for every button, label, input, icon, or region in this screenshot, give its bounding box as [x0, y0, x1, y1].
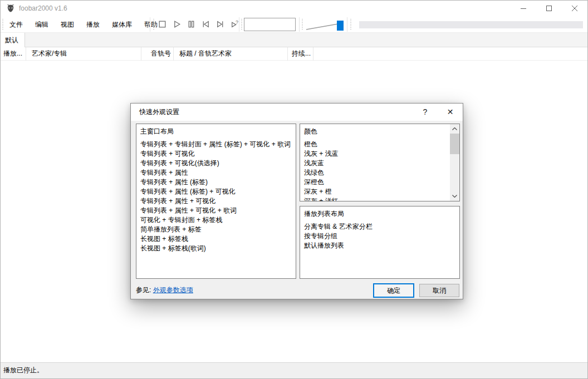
color-list-items: 橙色浅灰 + 浅蓝浅灰蓝浅绿色深橙色深灰 + 橙深灰 + 洋红 [300, 140, 459, 201]
play-button[interactable] [171, 19, 182, 29]
close-icon [572, 6, 577, 11]
chevron-down-icon [452, 195, 457, 198]
next-icon [215, 19, 225, 29]
play-icon [172, 19, 182, 29]
pause-button[interactable] [186, 19, 197, 29]
seekbar-grip[interactable] [350, 19, 351, 30]
column-header[interactable]: 艺术家/专辑 [26, 47, 141, 61]
stop-button[interactable] [157, 19, 168, 29]
layout-option[interactable]: 专辑列表 + 可视化 [136, 149, 296, 159]
chevron-up-icon [452, 127, 457, 130]
color-option[interactable]: 浅绿色 [300, 168, 448, 178]
layout-option[interactable]: 长视图 + 标签栈 [136, 234, 296, 244]
scrollbar-thumb[interactable] [450, 134, 459, 154]
layout-option[interactable]: 专辑列表 + 专辑封面 + 属性 (标签) + 可视化 + 歌词 [136, 140, 296, 149]
color-option[interactable]: 浅灰蓝 [300, 159, 448, 168]
dialog-title-bar: 快速外观设置 ? ✕ [131, 104, 463, 121]
playlist-layout-listbox[interactable]: 播放列表布局 分离专辑 & 艺术家分栏按专辑分组默认播放列表 [300, 206, 460, 279]
seek-bar[interactable] [359, 21, 583, 28]
playlist-tab-strip: 默认 [1, 33, 587, 47]
toolbar-separator [150, 17, 150, 32]
menu-item[interactable]: 视图 [55, 16, 80, 33]
menu-item[interactable]: 播放 [80, 16, 106, 33]
volume-thumb[interactable] [337, 21, 344, 31]
pause-icon [187, 19, 196, 29]
layout-option[interactable]: 专辑列表 + 属性 + 可视化 [136, 196, 296, 206]
scroll-down-button[interactable] [450, 191, 459, 201]
status-bar: 播放已停止。 [1, 362, 587, 378]
toolbar-separator [347, 17, 347, 32]
appearance-options-link[interactable]: 外观参数选项 [153, 286, 193, 294]
scroll-up-button[interactable] [450, 124, 459, 134]
layout-option[interactable]: 长视图 + 标签栈(歌词) [136, 244, 296, 253]
search-input[interactable] [244, 18, 296, 31]
playlist-layout-option[interactable]: 默认播放列表 [300, 241, 459, 250]
previous-button[interactable] [200, 19, 211, 29]
color-option[interactable]: 浅灰 + 浅蓝 [300, 149, 448, 159]
minimize-icon [521, 6, 526, 11]
minimize-button[interactable] [511, 1, 536, 16]
toolbar-separator [239, 17, 239, 32]
layout-option[interactable]: 可视化 + 专辑封面 + 标签栈 [136, 215, 296, 225]
volume-slider[interactable] [306, 18, 345, 31]
dialog-title: 快速外观设置 [139, 104, 179, 121]
menu-bar: 文件编辑视图播放媒体库帮助 [3, 16, 164, 33]
layout-option[interactable]: 专辑列表 + 属性 (标签) [136, 178, 296, 187]
cancel-button[interactable]: 取消 [419, 284, 459, 297]
menu-item[interactable]: 媒体库 [106, 16, 138, 33]
color-list-header: 颜色 [300, 127, 459, 136]
close-button[interactable] [562, 1, 587, 16]
see-also-row: 参见: 外观参数选项 [136, 286, 193, 295]
layout-option[interactable]: 简单播放列表 + 标签 [136, 225, 296, 234]
playlist-layout-header: 播放列表布局 [300, 209, 459, 219]
playlist-layout-option[interactable]: 按专辑分组 [300, 232, 459, 241]
caption-buttons [511, 1, 587, 16]
color-listbox[interactable]: 颜色 橙色浅灰 + 浅蓝浅灰蓝浅绿色深橙色深灰 + 橙深灰 + 洋红 [300, 124, 460, 201]
column-header[interactable]: 标题 / 音轨艺术家 [174, 47, 288, 61]
column-header[interactable]: 音轨号 [141, 47, 174, 61]
svg-text:?: ? [236, 19, 238, 25]
playlist-layout-option[interactable]: 分离专辑 & 艺术家分栏 [300, 222, 459, 232]
next-button[interactable] [215, 19, 226, 29]
main-window-layout-listbox[interactable]: 主窗口布局 专辑列表 + 专辑封面 + 属性 (标签) + 可视化 + 歌词专辑… [136, 124, 296, 279]
menu-item[interactable]: 文件 [3, 16, 29, 33]
layout-option[interactable]: 专辑列表 + 属性 (标签) + 可视化 [136, 187, 296, 196]
title-bar: foobar2000 v1.6 [1, 1, 587, 16]
search-grip[interactable] [241, 19, 242, 30]
color-list-scrollbar[interactable] [450, 124, 459, 201]
layout-option[interactable]: 专辑列表 + 属性 + 可视化 + 歌词 [136, 206, 296, 215]
color-option[interactable]: 橙色 [300, 140, 448, 149]
playback-grip[interactable] [153, 19, 154, 30]
stop-icon [158, 19, 167, 29]
maximize-button[interactable] [536, 1, 562, 16]
toolbar-separator [299, 17, 300, 32]
foobar2000-logo-icon [6, 4, 15, 13]
layout-option[interactable]: 专辑列表 + 可视化(供选择) [136, 159, 296, 168]
quick-appearance-dialog: 快速外观设置 ? ✕ 主窗口布局 专辑列表 + 专辑封面 + 属性 (标签) +… [130, 103, 463, 299]
dialog-help-button[interactable]: ? [413, 104, 438, 121]
toolbar: 文件编辑视图播放媒体库帮助 ? [1, 16, 587, 33]
foobar2000-window: foobar2000 v1.6 文件编辑视图播放媒体库帮助 [0, 0, 588, 379]
previous-icon [201, 19, 210, 29]
color-option[interactable]: 深灰 + 洋红 [300, 196, 448, 201]
column-header[interactable]: 持续... [288, 47, 313, 61]
menu-item[interactable]: 编辑 [29, 16, 55, 33]
see-also-label: 参见: [136, 286, 151, 294]
playlist-layout-items: 分离专辑 & 艺术家分栏按专辑分组默认播放列表 [300, 222, 459, 250]
random-icon: ? [230, 19, 239, 29]
playback-buttons: ? [157, 19, 240, 29]
tab-default[interactable]: 默认 [1, 33, 25, 47]
color-option[interactable]: 深灰 + 橙 [300, 187, 448, 196]
column-header[interactable]: 播放... [1, 47, 26, 61]
layout-list-items: 专辑列表 + 专辑封面 + 属性 (标签) + 可视化 + 歌词专辑列表 + 可… [136, 140, 296, 253]
playlist-column-header: 播放...艺术家/专辑音轨号标题 / 音轨艺术家持续... [1, 47, 587, 61]
color-option[interactable]: 深橙色 [300, 178, 448, 187]
layout-list-header: 主窗口布局 [136, 127, 296, 136]
window-title: foobar2000 v1.6 [19, 4, 67, 12]
layout-option[interactable]: 专辑列表 + 属性 [136, 168, 296, 178]
dialog-close-button[interactable]: ✕ [438, 104, 463, 121]
volume-grip[interactable] [302, 19, 303, 30]
ok-button[interactable]: 确定 [373, 283, 414, 298]
maximize-icon [546, 6, 552, 11]
